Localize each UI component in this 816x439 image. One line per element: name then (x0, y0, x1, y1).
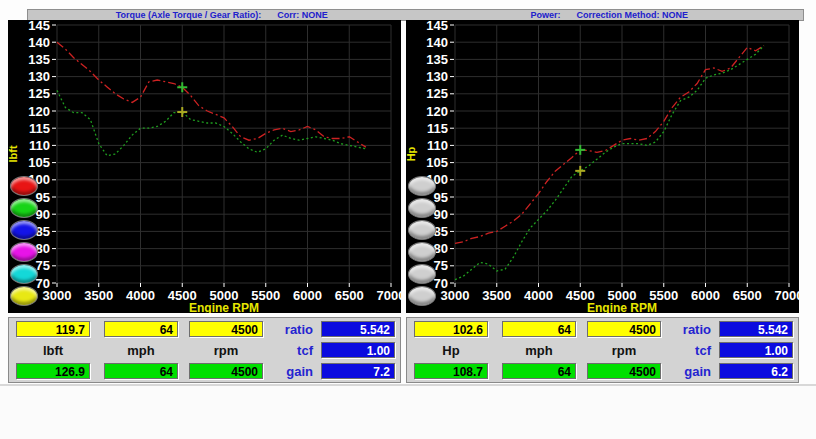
y-tick-label: 105 (28, 155, 50, 170)
power-baseline-value-box: 102.6 (414, 321, 488, 337)
plot-selector-button[interactable] (408, 220, 436, 240)
y-tick-label: 115 (29, 121, 50, 136)
y-tick-label: 120 (28, 104, 50, 119)
torque-gain-label: gain (261, 364, 313, 379)
plot-selector-button[interactable] (10, 220, 38, 240)
y-tick-label: 135 (28, 52, 50, 67)
rpm-unit-label: rpm (587, 343, 661, 358)
power-gain-label: gain (659, 364, 711, 379)
y-tick-label: 110 (29, 138, 50, 153)
x-tick-label: 4000 (524, 288, 553, 303)
mph-unit-label: mph (502, 343, 576, 358)
y-tick-label: 115 (427, 121, 448, 136)
power-plot-selector-buttons (408, 176, 436, 306)
baseline-run-torque-curve (57, 90, 366, 155)
power-ratio-value-box: 5.542 (719, 321, 793, 337)
x-axis-title: Engine RPM (587, 301, 657, 313)
power-unit-label: Hp (414, 343, 488, 358)
torque-ratio-label: ratio (261, 322, 313, 337)
y-tick-label: 130 (426, 69, 448, 84)
x-tick-label: 3000 (43, 288, 72, 303)
y-tick-label: 130 (28, 69, 50, 84)
y-tick-label: 145 (28, 20, 50, 33)
y-tick-label: 125 (28, 86, 50, 101)
torque-chart-panel: 7075808590951001051101151201251301351401… (8, 20, 401, 313)
rpm-unit-label: rpm (189, 343, 263, 358)
footer-bar: HPS PERFORMANCE PRODUCTS Folder hps 2014… (0, 384, 816, 439)
y-tick-label: 110 (427, 138, 448, 153)
plot-selector-button[interactable] (10, 286, 38, 306)
power-run-mph-box: 64 (502, 363, 576, 379)
torque-run-value-box: 126.9 (16, 363, 90, 379)
x-tick-label: 4000 (126, 288, 155, 303)
y-tick-label: 145 (426, 20, 448, 33)
x-tick-label: 7000 (377, 288, 401, 303)
x-tick-label: 6500 (733, 288, 762, 303)
x-tick-label: 7000 (775, 288, 799, 303)
plot-selector-button[interactable] (408, 198, 436, 218)
power-tcf-label: tcf (659, 343, 711, 358)
power-chart-panel: 7075808590951001051101151201251301351401… (406, 20, 799, 313)
power-readout-panel: 102.6 64 4500 ratio 5.542 Hp mph rpm tcf… (406, 317, 799, 383)
torque-baseline-mph-box: 64 (104, 321, 178, 337)
plot-selector-button[interactable] (10, 242, 38, 262)
power-baseline-rpm-box: 4500 (587, 321, 661, 337)
torque-unit-label: lbft (16, 343, 90, 358)
plot-selector-button[interactable] (10, 198, 38, 218)
torque-correction-label: Corr: NONE (277, 10, 328, 20)
power-correction-label: Correction Method: NONE (577, 10, 689, 20)
power-chart-title: Power: (530, 10, 560, 20)
power-gain-value-box: 6.2 (719, 363, 793, 379)
torque-chart: 7075808590951001051101151201251301351401… (8, 20, 401, 313)
torque-baseline-rpm-box: 4500 (189, 321, 263, 337)
power-run-value-box: 108.7 (414, 363, 488, 379)
dyno-app-window: Torque (Axle Torque / Gear Ratio): Corr:… (0, 0, 816, 439)
x-tick-label: 3000 (441, 288, 470, 303)
power-tcf-value-box: 1.00 (719, 342, 793, 358)
power-ratio-label: ratio (659, 322, 711, 337)
x-tick-label: 6500 (335, 288, 364, 303)
torque-chart-title: Torque (Axle Torque / Gear Ratio): (116, 10, 262, 20)
x-tick-label: 3500 (84, 288, 113, 303)
torque-plot-selector-buttons (10, 176, 38, 306)
y-tick-label: 105 (426, 155, 448, 170)
torque-run-mph-box: 64 (104, 363, 178, 379)
y-tick-label: 125 (426, 86, 448, 101)
mph-unit-label: mph (104, 343, 178, 358)
y-tick-label: 120 (426, 104, 448, 119)
y-axis-title: Hp (406, 146, 417, 161)
y-tick-label: 135 (426, 52, 448, 67)
power-baseline-mph-box: 64 (502, 321, 576, 337)
power-chart: 7075808590951001051101151201251301351401… (406, 20, 799, 313)
torque-gain-value-box: 7.2 (321, 363, 395, 379)
plot-selector-button[interactable] (10, 264, 38, 284)
torque-tcf-value-box: 1.00 (321, 342, 395, 358)
plot-selector-button[interactable] (408, 286, 436, 306)
x-tick-label: 3500 (482, 288, 511, 303)
current-run-torque-curve (57, 42, 366, 147)
plot-selector-button[interactable] (10, 176, 38, 196)
torque-title-area: Torque (Axle Torque / Gear Ratio): Corr:… (28, 10, 416, 20)
plot-selector-button[interactable] (408, 242, 436, 262)
y-tick-label: 140 (28, 35, 50, 50)
power-title-area: Power: Correction Method: NONE (416, 10, 804, 20)
x-tick-label: 6000 (691, 288, 720, 303)
y-axis-title: lbft (8, 145, 19, 162)
torque-readout-panel: 119.7 64 4500 ratio 5.542 lbft mph rpm t… (8, 317, 401, 383)
torque-ratio-value-box: 5.542 (321, 321, 395, 337)
x-axis-title: Engine RPM (189, 301, 259, 313)
y-tick-label: 140 (426, 35, 448, 50)
plot-selector-button[interactable] (408, 264, 436, 284)
torque-tcf-label: tcf (261, 343, 313, 358)
x-tick-label: 6000 (293, 288, 322, 303)
torque-baseline-value-box: 119.7 (16, 321, 90, 337)
torque-run-rpm-box: 4500 (189, 363, 263, 379)
power-run-rpm-box: 4500 (587, 363, 661, 379)
plot-selector-button[interactable] (408, 176, 436, 196)
